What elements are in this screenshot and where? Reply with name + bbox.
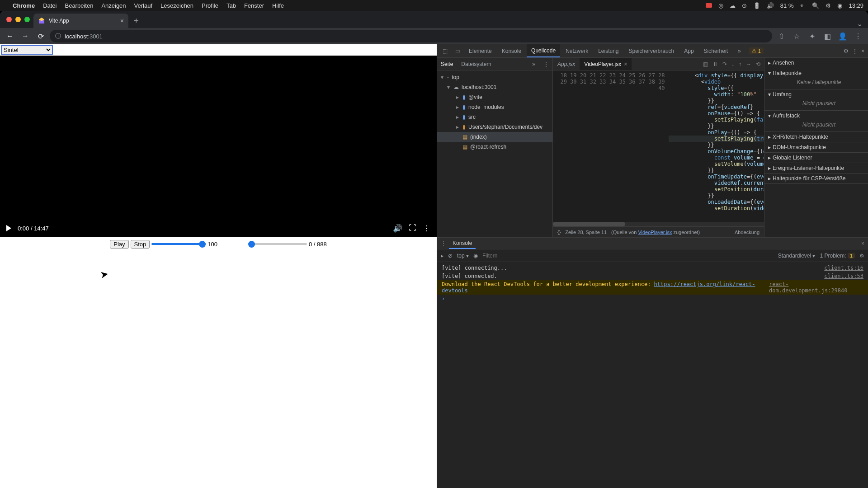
menu-bookmarks[interactable]: Lesezeichen (160, 2, 193, 9)
devtools-warning-badge[interactable]: ⚠ 1 (749, 47, 764, 54)
devtools-tab-application[interactable]: App (679, 44, 698, 57)
file-tree[interactable]: ▾▫ top ▾☁︎ localhost:3001 ▸▮ @vite ▸▮ no… (437, 70, 552, 237)
sources-subtab-page[interactable]: Seite (441, 61, 453, 67)
console-output[interactable]: [vite] connecting...client.ts:16[vite] c… (437, 262, 868, 488)
console-filter-input[interactable] (482, 253, 555, 259)
position-slider[interactable] (248, 243, 307, 245)
close-window-button[interactable] (6, 17, 12, 22)
inspect-element-button[interactable]: ⬚ (439, 48, 451, 54)
sidepanel-button[interactable]: ◧ (821, 30, 834, 42)
debugger-section-csp[interactable]: ▸ Haltepunkte für CSP-Verstöße (764, 174, 868, 183)
stop-button[interactable]: Stop (131, 240, 150, 249)
debugger-section-watch[interactable]: ▸ Ansehen (764, 58, 868, 68)
volume-slider[interactable] (151, 243, 206, 245)
editor-mapped-icon[interactable]: ▥ (703, 61, 708, 67)
menu-view[interactable]: Anzeigen (101, 2, 126, 9)
chrome-menu-button[interactable]: ⋮ (852, 30, 864, 42)
zoom-window-button[interactable] (24, 17, 30, 22)
devtools-settings-button[interactable]: ⚙ (844, 48, 849, 54)
devtools-menu-button[interactable]: ⋮ (852, 48, 858, 54)
menu-window[interactable]: Fenster (244, 2, 264, 9)
native-mute-button[interactable]: 🔊 (393, 224, 402, 233)
bookmark-button[interactable]: ☆ (790, 30, 803, 42)
menu-history[interactable]: Verlauf (134, 2, 152, 9)
video-player[interactable]: 0:00 / 14:47 🔊 ⛶ ⋮ (0, 56, 437, 237)
new-tab-button[interactable]: + (128, 14, 144, 28)
devtools-tab-security[interactable]: Sicherheit (699, 44, 732, 57)
device-toolbar-button[interactable]: ▭ (452, 48, 463, 54)
cloud-icon[interactable]: ☁︎ (730, 2, 736, 9)
profile-button[interactable]: 👤 (836, 30, 849, 42)
app-name[interactable]: Chrome (13, 2, 35, 9)
sources-subtab-more[interactable]: » (532, 61, 535, 67)
console-sidebar-toggle[interactable]: ▸ (441, 253, 443, 259)
devtools-tab-elements[interactable]: Elemente (464, 44, 496, 57)
console-drawer-tab[interactable]: Konsole (449, 238, 476, 249)
editor-braces-icon[interactable]: {} (557, 230, 561, 235)
recording-indicator-icon[interactable] (706, 3, 712, 8)
video-select[interactable]: Sintel (1, 45, 53, 55)
editor-tab-app[interactable]: App.jsx (553, 58, 580, 70)
editor-code[interactable]: <div style={{ display: "flex", flexDirec… (669, 70, 764, 226)
console-context[interactable]: top ▾ (457, 253, 469, 259)
devtools-tab-memory[interactable]: Speicherverbrauch (624, 44, 679, 57)
clock[interactable]: 13:29 (849, 2, 863, 9)
devtools-tab-console[interactable]: Konsole (497, 44, 526, 57)
console-settings-button[interactable]: ⚙ (859, 253, 864, 259)
menu-help[interactable]: Hilfe (272, 2, 284, 9)
devtools-tab-more[interactable]: » (733, 44, 745, 57)
control-center-icon[interactable]: ⚙︎ (826, 2, 831, 9)
address-bar[interactable]: ⓘ localhost:3001 (50, 30, 772, 42)
menu-edit[interactable]: Bearbeiten (65, 2, 93, 9)
battery-icon[interactable]: 🔋 (753, 2, 760, 9)
console-clear-button[interactable]: ⊘ (448, 253, 453, 259)
editor-scrollbar-horizontal[interactable] (553, 222, 764, 226)
devtools-tab-performance[interactable]: Leistung (594, 44, 623, 57)
volume-icon[interactable]: 🔊 (767, 2, 774, 9)
debugger-section-xhr[interactable]: ▸ XHR/fetch-Haltepunkte (764, 132, 868, 142)
devtools-close-button[interactable]: × (861, 48, 864, 54)
share-button[interactable]: ⇧ (775, 30, 788, 42)
status-icon[interactable]: ⊙ (742, 2, 747, 9)
editor-tab-videoplayer[interactable]: VideoPlayer.jsx× (580, 58, 632, 70)
siri-icon[interactable]: ◉ (837, 2, 842, 9)
debugger-section-global[interactable]: ▸ Globale Listener (764, 153, 868, 163)
reload-button[interactable]: ⟳ (34, 30, 47, 42)
status-icon[interactable]: ◎ (718, 2, 723, 9)
debugger-deactivate-button[interactable]: ⟲ (756, 61, 760, 67)
devtools-tab-sources[interactable]: Quellcode (527, 44, 560, 57)
play-button[interactable]: Play (110, 240, 128, 249)
sources-subtab-menu[interactable]: ⋮ (543, 61, 549, 67)
debugger-step-over-button[interactable]: ↷ (722, 61, 727, 67)
minimize-window-button[interactable] (15, 17, 21, 22)
debugger-step-out-button[interactable]: ↑ (739, 61, 741, 67)
code-editor[interactable]: 18 19 20 21 22 23 24 25 26 27 28 29 30 3… (553, 70, 764, 226)
debugger-pause-button[interactable]: ⏸ (712, 61, 718, 67)
debugger-section-event[interactable]: ▸ Ereignis-Listener-Haltepunkte (764, 163, 868, 173)
editor-coverage-label[interactable]: Abdeckung (735, 230, 760, 235)
menu-tab[interactable]: Tab (226, 2, 236, 9)
site-info-icon[interactable]: ⓘ (55, 32, 61, 40)
console-level-select[interactable]: Standardlevel ▾ (778, 253, 816, 259)
debugger-section-scope[interactable]: ▾ Umfang (764, 89, 868, 99)
browser-tab[interactable]: Vite App × (33, 14, 128, 28)
close-editor-tab[interactable]: × (624, 61, 627, 67)
debugger-step-into-button[interactable]: ↓ (731, 61, 734, 67)
debugger-section-callstack[interactable]: ▾ Aufrufstack (764, 111, 868, 121)
spotlight-icon[interactable]: 🔍 (812, 2, 819, 9)
drawer-handle-icon[interactable]: ⋮ (441, 240, 449, 247)
native-fullscreen-button[interactable]: ⛶ (409, 224, 416, 233)
console-live-expression-button[interactable]: ◉ (473, 253, 478, 259)
debugger-section-dom[interactable]: ▸ DOM-Umschaltpunkte (764, 142, 868, 152)
back-button[interactable]: ← (4, 30, 16, 42)
native-play-button[interactable] (6, 225, 11, 231)
debugger-step-button[interactable]: → (746, 61, 751, 67)
wifi-icon[interactable]: ᯤ (800, 2, 806, 9)
console-drawer-close[interactable]: × (861, 240, 864, 247)
devtools-tab-network[interactable]: Netzwerk (561, 44, 593, 57)
sources-subtab-filesystem[interactable]: Dateisystem (461, 61, 491, 67)
debugger-section-breakpoints[interactable]: ▾ Haltepunkte (764, 68, 868, 78)
close-tab-button[interactable]: × (120, 17, 124, 24)
tab-list-button[interactable]: ⌄ (854, 19, 868, 28)
menu-profiles[interactable]: Profile (202, 2, 218, 9)
